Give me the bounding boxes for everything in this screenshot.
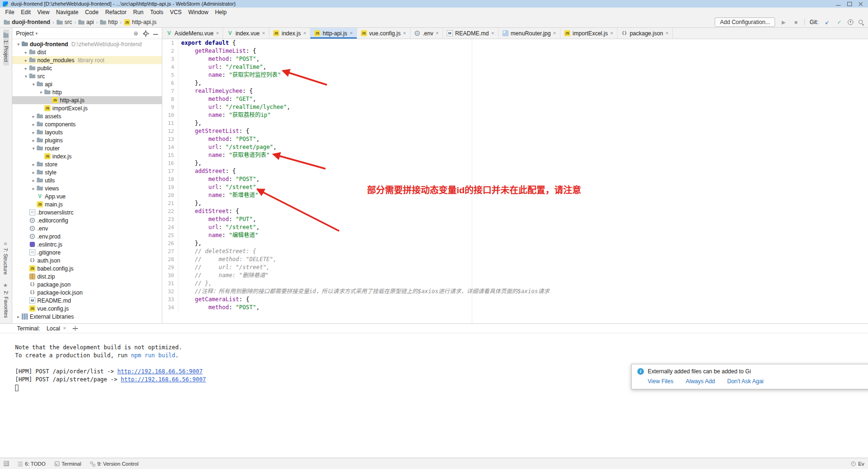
minimize-icon[interactable] (836, 2, 841, 6)
code-line[interactable]: 1export default { (162, 39, 868, 47)
editor-tab-vue-config-js[interactable]: vue.config.js (357, 28, 410, 39)
run-icon[interactable]: ▶ (780, 19, 787, 25)
chevron-expanded-icon[interactable]: ▾ (38, 90, 44, 95)
close-icon[interactable] (859, 2, 863, 6)
line-number[interactable]: 25 (162, 231, 178, 239)
line-number[interactable]: 32 (162, 288, 178, 296)
code-line[interactable]: 21 }, (162, 199, 868, 207)
menu-item-refactor[interactable]: Refactor (102, 8, 130, 16)
chevron-collapsed-icon[interactable]: ▸ (15, 314, 22, 319)
hide-panel-icon[interactable] (153, 31, 158, 36)
tree-item[interactable]: ▾api (12, 80, 162, 88)
line-number[interactable]: 5 (162, 71, 178, 79)
tree-item[interactable]: ▸node_moduleslibrary root (12, 56, 162, 64)
line-number[interactable]: 27 (162, 247, 178, 255)
tree-item[interactable]: ▸components (12, 120, 162, 128)
code-line[interactable]: 3 method: "POST", (162, 55, 868, 63)
chevron-collapsed-icon[interactable]: ▸ (30, 122, 37, 127)
gear-icon[interactable] (143, 31, 149, 36)
line-number[interactable]: 4 (162, 63, 178, 71)
tool-window-button-structure[interactable]: ≡7: Structure (3, 239, 8, 278)
chevron-collapsed-icon[interactable]: ▸ (30, 138, 37, 143)
breadcrumb-item[interactable]: http (100, 19, 117, 25)
tree-item[interactable]: ▸plugins (12, 136, 162, 144)
tree-item[interactable]: ▾router (12, 144, 162, 152)
code-line[interactable]: 15 name: "获取巷道列表" (162, 151, 868, 159)
chevron-expanded-icon[interactable]: ▾ (23, 74, 29, 79)
editor-tab-http-api-js[interactable]: http-api.js (310, 28, 357, 39)
project-panel-title[interactable]: Project (16, 30, 33, 37)
line-number[interactable]: 22 (162, 207, 178, 215)
line-number[interactable]: 16 (162, 159, 178, 167)
tree-item[interactable]: dist.zip (12, 272, 162, 280)
close-tab-icon[interactable] (350, 31, 352, 36)
line-number[interactable]: 21 (162, 199, 178, 207)
close-tab-icon[interactable] (63, 326, 66, 331)
locate-file-icon[interactable]: ⊕ (134, 30, 138, 37)
tree-item[interactable]: index.js (12, 152, 162, 160)
code-line[interactable]: 2 getRealTimeList: { (162, 47, 868, 55)
menu-item-edit[interactable]: Edit (17, 8, 34, 16)
line-number[interactable]: 19 (162, 183, 178, 191)
chevron-collapsed-icon[interactable]: ▸ (30, 170, 37, 175)
history-icon[interactable] (848, 19, 853, 25)
tree-item[interactable]: App.vue (12, 192, 162, 200)
tree-item[interactable]: .eslintrc.js (12, 240, 162, 248)
tree-item[interactable]: README.md (12, 296, 162, 304)
menu-item-view[interactable]: View (34, 8, 53, 16)
status-bar-item-todo[interactable]: 6: TODO (17, 461, 46, 467)
close-tab-icon[interactable] (216, 31, 219, 36)
code-line[interactable]: 34 method: "POST", (162, 304, 868, 312)
code-line[interactable]: 28 // method: "DELETE", (162, 255, 868, 263)
menu-item-tools[interactable]: Tools (147, 8, 167, 16)
menu-item-navigate[interactable]: Navigate (53, 8, 82, 16)
line-number[interactable]: 28 (162, 255, 178, 263)
chevron-collapsed-icon[interactable]: ▸ (23, 50, 29, 55)
code-line[interactable]: 17 addStreet: { (162, 167, 868, 175)
line-number[interactable]: 6 (162, 79, 178, 87)
chevron-expanded-icon[interactable]: ▾ (15, 42, 22, 47)
line-number[interactable]: 33 (162, 296, 178, 304)
line-number[interactable]: 14 (162, 143, 178, 151)
tree-item[interactable]: package.json (12, 280, 162, 288)
breadcrumb-item[interactable]: http-api.js (124, 19, 157, 25)
code-line[interactable]: 10 name: "获取荔枝的ip" (162, 111, 868, 119)
line-number[interactable]: 26 (162, 239, 178, 247)
menu-item-vcs[interactable]: VCS (167, 8, 185, 16)
breadcrumb-item[interactable]: duoji-frontend (4, 19, 50, 25)
line-number[interactable]: 34 (162, 304, 178, 312)
tree-item[interactable]: ▸External Libraries (12, 313, 162, 321)
code-line[interactable]: 23 method: "PUT", (162, 215, 868, 223)
notification-action-view-files[interactable]: View Files (648, 378, 673, 385)
menu-item-window[interactable]: Window (185, 8, 212, 16)
editor-tab-package-json[interactable]: package.json (618, 28, 673, 39)
tree-item[interactable]: main.js (12, 200, 162, 208)
code-line[interactable]: 25 name: "编辑巷道" (162, 231, 868, 239)
line-number[interactable]: 7 (162, 87, 178, 95)
tree-item[interactable]: auth.json (12, 256, 162, 264)
code-line[interactable]: 9 url: "/realTime/lychee", (162, 103, 868, 111)
chevron-collapsed-icon[interactable]: ▸ (30, 178, 37, 183)
chevron-collapsed-icon[interactable]: ▸ (23, 58, 29, 63)
terminal-tab-local[interactable]: Local (47, 325, 66, 332)
code-line[interactable]: 24 url: "/street", (162, 223, 868, 231)
code-line[interactable]: 5 name: "获取实时监控列表" (162, 71, 868, 79)
line-number[interactable]: 30 (162, 272, 178, 280)
code-line[interactable]: 14 url: "/street/page", (162, 143, 868, 151)
code-line[interactable]: 12 getStreetList: { (162, 127, 868, 135)
tree-item[interactable]: .browserslistrc (12, 208, 162, 216)
menu-item-run[interactable]: Run (130, 8, 147, 16)
status-bar-item-terminal[interactable]: Terminal (54, 461, 82, 467)
tree-item[interactable]: .env (12, 224, 162, 232)
close-tab-icon[interactable] (435, 31, 438, 36)
tree-item[interactable]: .gitignore (12, 248, 162, 256)
tree-item[interactable]: ▸public (12, 64, 162, 72)
tree-item[interactable]: vue.config.js (12, 304, 162, 313)
tool-window-button-favorites[interactable]: ★2: Favorites (3, 279, 9, 321)
line-number[interactable]: 15 (162, 151, 178, 159)
editor-tab-importexcel-js[interactable]: importExcel.js (560, 28, 618, 39)
notification-action-don-t-ask-agai[interactable]: Don't Ask Agai (727, 378, 764, 385)
chevron-collapsed-icon[interactable]: ▸ (30, 114, 37, 119)
chevron-collapsed-icon[interactable]: ▸ (30, 130, 37, 135)
editor-tab-index-vue[interactable]: index.vue (223, 28, 269, 39)
